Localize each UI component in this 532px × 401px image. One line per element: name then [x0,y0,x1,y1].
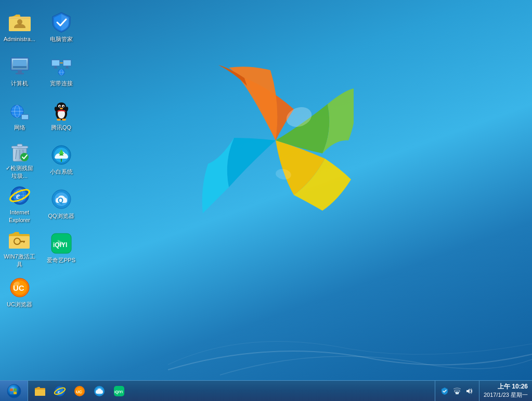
qqbrowser-label: QQ浏览器 [48,212,74,219]
svg-rect-83 [10,392,13,394]
svg-rect-31 [22,115,28,119]
svg-rect-72 [21,241,22,242]
svg-rect-82 [14,389,17,391]
jianguan-icon [50,11,72,33]
svg-text:iQIYI: iQIYI [114,390,123,394]
win7activate-icon [9,229,31,251]
svg-point-39 [60,108,63,109]
taskbar: e UC [0,380,532,401]
svg-point-100 [457,392,458,393]
network-icon [9,100,31,122]
desktop-icon-iqiyi[interactable]: iQIYI 爱奇艺PPS [42,226,81,270]
desktop-icon-computer[interactable]: 计算机 [0,49,39,94]
svg-rect-71 [23,241,24,243]
svg-point-34 [57,102,66,111]
computer-icon [9,56,31,77]
desktop-icons-area: Administra... 电脑管家 [0,5,81,315]
clock-area[interactable]: 上午 10:26 2017/1/23 星期一 [479,381,532,401]
ucbrowser-icon: UC [9,277,31,299]
qq-label: 腾讯QQ [51,124,71,131]
svg-point-5 [17,19,22,24]
iqiyi-icon: iQIYI [50,232,72,254]
svg-rect-19 [66,66,68,68]
desktop-icon-ie[interactable]: e InternetExplorer [0,182,39,226]
desktop-icon-qq[interactable]: 腾讯QQ [42,94,81,138]
trash-icon [9,140,31,162]
decorative-curves [168,276,532,380]
svg-rect-15 [55,66,57,68]
desktop-icon-win7activate[interactable]: WIN7激活工具 [0,226,39,270]
qqbrowser-icon: Q [50,188,72,210]
computer-label: 计算机 [11,80,28,87]
tray-volume-icon[interactable] [464,386,475,396]
administrator-icon [9,11,31,33]
win7activate-label: WIN7激活工具 [4,253,35,268]
svg-point-41 [62,119,66,121]
svg-point-37 [59,106,60,107]
desktop-icon-trash[interactable]: ✓检测残留垃圾... [0,138,39,182]
svg-rect-16 [54,68,58,69]
desktop: Administra... 电脑管家 [0,0,532,401]
desktop-icon-administrator[interactable]: Administra... [0,5,39,49]
taskbar-icon-iqiyi[interactable]: iQIYI [110,382,128,400]
svg-point-51 [20,153,29,161]
desktop-icon-qqbrowser[interactable]: Q QQ浏览器 [42,182,81,226]
svg-rect-81 [10,389,13,391]
jianguan-label: 电脑管家 [50,35,73,43]
date-display: 2017/1/23 星期一 [484,391,528,399]
start-button[interactable] [0,381,28,402]
taskbar-icon-qqbrowser[interactable] [90,382,109,400]
svg-rect-11 [18,70,22,73]
start-orb-icon [7,384,21,398]
ie-label: InternetExplorer [9,209,30,224]
tray-security-icon[interactable] [439,386,450,396]
taskbar-icon-uc[interactable]: UC [70,382,89,400]
svg-rect-14 [52,60,59,66]
administrator-label: Administra... [4,35,35,43]
iqiyi-label: 爱奇艺PPS [47,256,75,264]
taskbar-icon-ie[interactable]: e [50,382,69,400]
taskbar-icon-explorer[interactable] [31,382,49,400]
qq-icon [50,100,72,122]
time-display: 上午 10:26 [498,382,528,391]
svg-point-38 [62,106,63,107]
taskbar-quicklaunch: e UC [28,381,131,401]
svg-point-40 [57,119,61,121]
svg-rect-86 [35,390,45,396]
svg-rect-84 [14,392,17,394]
network-label: 网络 [14,124,25,131]
svg-text:e: e [58,389,60,394]
svg-rect-68 [9,236,30,249]
svg-text:UC: UC [76,390,82,394]
tray-network-icon[interactable] [452,386,462,396]
svg-text:e: e [16,191,20,200]
broadband-icon [50,56,72,77]
svg-rect-18 [63,60,71,66]
desktop-icon-xiaobai[interactable]: 小白系统 [42,138,81,182]
desktop-icon-jianguan[interactable]: 电脑管家 [42,5,81,49]
svg-rect-10 [13,66,27,68]
desktop-icon-ucbrowser[interactable]: UC UC浏览器 [0,270,39,315]
ie-icon: e [9,185,31,206]
desktop-icon-broadband[interactable]: 宽带连接 [42,49,81,94]
svg-rect-12 [16,73,24,74]
xiaobai-label: 小白系统 [50,168,73,175]
svg-text:Q: Q [58,196,63,204]
ucbrowser-label: UC浏览器 [7,301,32,308]
system-tray [435,381,479,401]
trash-label: ✓检测残留垃圾... [6,164,33,179]
broadband-label: 宽带连接 [50,80,73,87]
xiaobai-icon [50,144,72,166]
windows-logo [198,62,354,218]
svg-rect-20 [65,68,69,69]
svg-rect-50 [17,144,22,147]
desktop-icon-network[interactable]: 网络 [0,94,39,138]
